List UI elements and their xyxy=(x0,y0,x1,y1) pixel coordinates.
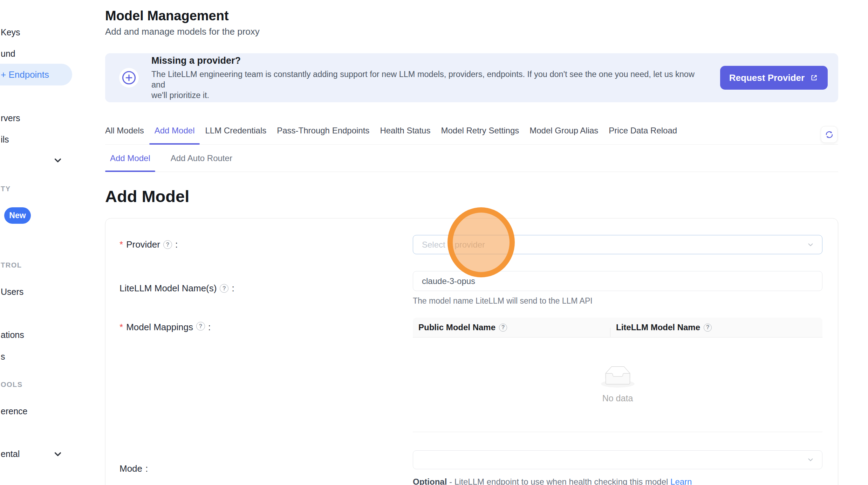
provider-label: * Provider : xyxy=(119,235,413,254)
sidebar-section-header: TROL xyxy=(0,261,22,269)
model-name-label-text: LiteLLM Model Name(s) xyxy=(119,283,217,294)
sidebar-item-guardrails[interactable]: ils xyxy=(0,134,9,145)
optional-label: Optional xyxy=(413,477,447,485)
tab-llm-credentials[interactable]: LLM Credentials xyxy=(205,124,266,136)
empty-inbox-icon xyxy=(601,366,635,388)
colon: : xyxy=(232,283,234,294)
mode-label: Mode : xyxy=(119,450,413,485)
help-circle-icon[interactable] xyxy=(704,324,712,332)
mode-label-text: Mode xyxy=(119,463,142,474)
help-circle-icon[interactable] xyxy=(196,322,205,331)
table-header: Public Model Name LiteLLM Model Name xyxy=(413,318,822,338)
sidebar-item-servers[interactable]: rvers xyxy=(0,113,20,123)
mode-select[interactable] xyxy=(413,450,822,469)
column-public-model-name: Public Model Name xyxy=(413,323,610,332)
sidebar-item-teams[interactable]: s xyxy=(0,352,5,362)
colon: : xyxy=(145,463,148,474)
model-mappings-row: * Model Mappings : Public Model Name Lit… xyxy=(119,318,822,432)
chevron-down-icon xyxy=(807,241,814,249)
sidebar-item-users[interactable]: Users xyxy=(0,287,23,297)
model-name-row: LiteLLM Model Name(s) : claude-3-opus Th… xyxy=(119,271,822,306)
colon: : xyxy=(175,239,178,250)
external-link-icon xyxy=(809,73,819,82)
tab-model-group-alias[interactable]: Model Group Alias xyxy=(529,124,598,136)
model-mappings-table: Public Model Name LiteLLM Model Name xyxy=(413,318,822,432)
new-badge[interactable]: New xyxy=(4,207,31,224)
sidebar-item-reference[interactable]: erence xyxy=(0,406,27,416)
banner-body-line1: The LiteLLM engineering team is constant… xyxy=(151,70,695,89)
provider-select[interactable]: Select a provider xyxy=(413,235,822,254)
tab-price-data-reload[interactable]: Price Data Reload xyxy=(609,124,677,136)
banner-text: Missing a provider? The LiteLLM engineer… xyxy=(151,55,705,101)
missing-provider-banner: Missing a provider? The LiteLLM engineer… xyxy=(105,53,838,102)
sidebar: Keys und + Endpoints rvers ils TY New TR… xyxy=(0,0,105,485)
request-provider-label: Request Provider xyxy=(729,72,805,83)
sidebar-item-organizations[interactable]: ations xyxy=(0,330,24,340)
sidebar-item-experimental[interactable]: ental xyxy=(0,449,20,459)
sidebar-item-label: + Endpoints xyxy=(0,69,49,80)
column-litellm-model-name: LiteLLM Model Name xyxy=(610,323,712,332)
sidebar-section-header: OOLS xyxy=(0,381,23,389)
page-subtitle: Add and manage models for the proxy xyxy=(105,26,838,37)
mode-helper-text: - LiteLLM endpoint to use when health ch… xyxy=(447,477,670,485)
empty-state: No data xyxy=(413,338,822,432)
sidebar-item-models-endpoints[interactable]: + Endpoints xyxy=(0,64,72,85)
chevron-down-icon[interactable] xyxy=(53,155,63,166)
column-label: LiteLLM Model Name xyxy=(616,323,700,332)
subtab-add-model[interactable]: Add Model xyxy=(105,145,155,172)
sidebar-item-keys[interactable]: Keys xyxy=(0,27,20,37)
chevron-down-icon[interactable] xyxy=(53,449,63,459)
main-content: Model Management Add and manage models f… xyxy=(105,0,838,485)
model-name-value: claude-3-opus xyxy=(422,276,475,286)
provider-select-placeholder: Select a provider xyxy=(422,240,807,250)
plus-circle-icon xyxy=(119,68,139,88)
model-mappings-label: * Model Mappings : xyxy=(119,318,413,432)
sidebar-section-header: TY xyxy=(0,185,11,193)
subtab-add-auto-router[interactable]: Add Auto Router xyxy=(171,145,232,172)
tab-all-models[interactable]: All Models xyxy=(105,124,144,136)
sidebar-item-playground[interactable]: und xyxy=(0,49,15,59)
learn-link[interactable]: Learn xyxy=(670,477,692,485)
tab-model-retry-settings[interactable]: Model Retry Settings xyxy=(441,124,519,136)
model-name-input[interactable]: claude-3-opus xyxy=(413,271,822,291)
sync-icon xyxy=(825,130,834,139)
mode-helper: Optional - LiteLLM endpoint to use when … xyxy=(413,477,822,485)
banner-body-line2: we'll prioritize it. xyxy=(151,91,209,100)
banner-title: Missing a provider? xyxy=(151,55,705,66)
add-model-subtabs: Add Model Add Auto Router xyxy=(105,145,838,172)
chevron-down-icon xyxy=(807,456,814,464)
help-circle-icon[interactable] xyxy=(163,240,172,249)
required-mark: * xyxy=(119,239,123,250)
request-provider-button[interactable]: Request Provider xyxy=(720,66,828,90)
model-mappings-label-text: Model Mappings xyxy=(126,322,193,333)
banner-body: The LiteLLM engineering team is constant… xyxy=(151,69,705,101)
add-model-form-card: * Provider : Select a provider LiteLLM M… xyxy=(105,218,838,485)
model-name-helper: The model name LiteLLM will send to the … xyxy=(413,296,822,306)
column-label: Public Model Name xyxy=(418,323,495,332)
help-circle-icon[interactable] xyxy=(499,324,507,332)
mode-row: Mode : Optional - LiteLLM endpoint to us… xyxy=(119,450,822,485)
tab-health-status[interactable]: Health Status xyxy=(380,124,430,136)
help-circle-icon[interactable] xyxy=(220,284,228,293)
model-name-label: LiteLLM Model Name(s) : xyxy=(119,271,413,306)
tab-pass-through-endpoints[interactable]: Pass-Through Endpoints xyxy=(277,124,369,136)
provider-row: * Provider : Select a provider xyxy=(119,235,822,254)
model-tabs: All Models Add Model LLM Credentials Pas… xyxy=(105,124,838,145)
provider-label-text: Provider xyxy=(126,239,160,250)
no-data-text: No data xyxy=(602,393,633,403)
tab-add-model[interactable]: Add Model xyxy=(155,124,195,136)
page-title: Model Management xyxy=(105,8,838,23)
refresh-button[interactable] xyxy=(821,126,838,143)
required-mark: * xyxy=(119,322,123,333)
add-model-heading: Add Model xyxy=(105,187,838,206)
colon: : xyxy=(208,322,211,333)
